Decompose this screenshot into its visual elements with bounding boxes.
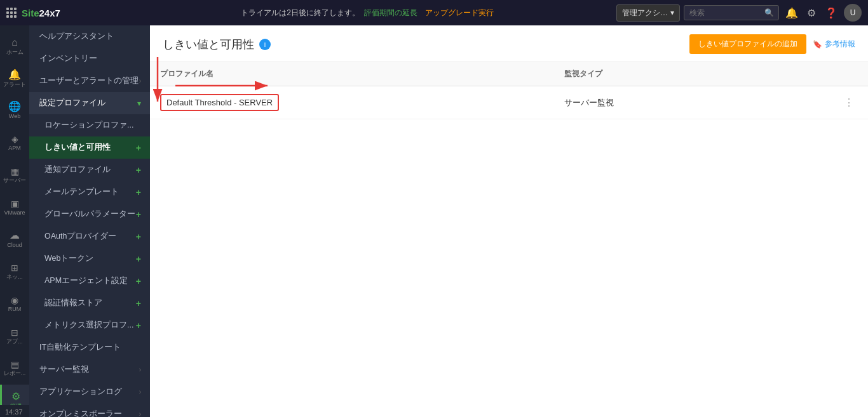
admin-dropdown[interactable]: 管理アクシ… ▾ [616, 4, 680, 22]
add-profile-button[interactable]: しきい値プロファイルの追加 [689, 34, 806, 54]
cloud-icon: ☁ [10, 230, 20, 241]
sidebar-item-mail-template[interactable]: メールテンプレート + [29, 181, 150, 203]
sidebar-item-it-automation[interactable]: IT自動化テンプレート [29, 336, 150, 359]
alert-icon: 🔔 [8, 70, 21, 80]
profile-name-cell: Default Threshold - SERVER [150, 86, 554, 119]
sidebar-item-notification[interactable]: 通知プロファイル + [29, 159, 150, 181]
sidebar-item-location-profile[interactable]: ロケーションプロファ... [29, 114, 150, 136]
reference-button[interactable]: 🔖 参考情報 [813, 39, 855, 50]
sidebar-item-cloud[interactable]: ☁ Cloud [0, 224, 29, 256]
rum-icon: ◉ [11, 296, 18, 305]
chevron-down-icon: ▾ [670, 8, 674, 17]
arrow-icon: › [139, 388, 141, 395]
layout: ⌂ ホーム 🔔 アラート 🌐 Web ◈ APM ▦ サーバー ▣ VMware… [0, 25, 868, 417]
sidebar-item-apm-agent[interactable]: APMエージェント設定 + [29, 270, 150, 292]
help-icon[interactable]: ❓ [822, 4, 840, 22]
plus-icon[interactable]: + [136, 165, 141, 175]
settings-icon[interactable]: ⚙ [804, 4, 818, 22]
sidebar-item-web-token[interactable]: Webトークン + [29, 248, 150, 270]
trial-notice: トライアルは2日後に終了します。 評価期間の延長 アップグレード実行 [127, 8, 610, 18]
admin-icon: ⚙ [11, 392, 20, 402]
page-header: しきい値と可用性 i しきい値プロファイルの追加 🔖 参考情報 [150, 25, 868, 62]
sidebar-item-help[interactable]: ヘルプアシスタント [29, 25, 150, 48]
sidebar-item-credential[interactable]: 認証情報ストア + [29, 292, 150, 314]
col-monitor-type: 監視タイプ [554, 62, 757, 86]
app-icon: ⊟ [11, 328, 18, 337]
notifications-icon[interactable]: 🔔 [783, 4, 801, 22]
sidebar-item-threshold[interactable]: しきい値と可用性 + [29, 136, 150, 159]
page-title-area: しきい値と可用性 i [163, 37, 271, 52]
sidebar-item-web[interactable]: 🌐 Web [0, 95, 29, 128]
sidebar-item-user-alert[interactable]: ユーザーとアラートの管理 › [29, 70, 150, 92]
search-container: 🔍 [684, 5, 779, 20]
row-kebab-button[interactable]: ⋮ [840, 95, 858, 110]
server-icon: ▦ [11, 167, 19, 176]
sidebar-item-app[interactable]: ⊟ アプ... [0, 321, 29, 353]
logo-text: Site24x7 [22, 8, 60, 18]
search-icon: 🔍 [764, 8, 774, 17]
plus-icon[interactable]: + [136, 232, 141, 242]
network-icon: ⊞ [11, 263, 18, 272]
sidebar-item-oauth[interactable]: OAuthプロバイダー + [29, 225, 150, 248]
monitor-type-cell: サーバー監視 [554, 86, 757, 119]
sidebar-item-server[interactable]: ▦ サーバー [0, 159, 29, 192]
topbar: Site24x7 トライアルは2日後に終了します。 評価期間の延長 アップグレー… [0, 0, 868, 25]
sidebar-item-apm[interactable]: ◈ APM [0, 127, 29, 159]
sidebar-item-app-log[interactable]: アプリケーションログ › [29, 381, 150, 403]
sidebar-item-network[interactable]: ⊞ ネッ... [0, 256, 29, 288]
info-icon[interactable]: i [259, 39, 271, 50]
profile-name-link[interactable]: Default Threshold - SERVER [160, 94, 279, 111]
upgrade-link[interactable]: アップグレード実行 [425, 8, 494, 17]
arrow-icon: › [139, 366, 141, 373]
plus-icon[interactable]: + [136, 143, 141, 153]
col-actions [757, 62, 868, 86]
arrow-icon: › [139, 77, 141, 84]
table-body: Default Threshold - SERVER サーバー監視 ⋮ [150, 86, 868, 119]
table-row: Default Threshold - SERVER サーバー監視 ⋮ [150, 86, 868, 119]
row-actions-cell: ⋮ [757, 86, 868, 119]
vmware-icon: ▣ [11, 199, 19, 208]
sidebar-item-server-monitor[interactable]: サーバー監視 › [29, 359, 150, 381]
sidebar-item-report[interactable]: ▤ レポー... [0, 353, 29, 385]
main-sidebar: ヘルプアシスタント インベントリー ユーザーとアラートの管理 › 設定プロファイ… [29, 25, 150, 417]
data-table: プロファイル名 監視タイプ Default Threshold - SERVER… [150, 62, 868, 119]
header-actions: しきい値プロファイルの追加 🔖 参考情報 [689, 34, 855, 54]
sidebar-item-vmware[interactable]: ▣ VMware [0, 192, 29, 224]
sidebar-item-alert[interactable]: 🔔 アラート [0, 63, 29, 95]
plus-icon[interactable]: + [136, 187, 141, 197]
page-title: しきい値と可用性 [163, 37, 254, 52]
home-icon: ⌂ [11, 37, 18, 48]
plus-icon[interactable]: + [136, 209, 141, 220]
sidebar-item-on-premise[interactable]: オンプレミスポーラー › [29, 403, 150, 417]
sidebar-item-config-profile[interactable]: 設定プロファイル ▾ [29, 92, 150, 114]
bottom-time-bar: 14:37 [0, 407, 28, 417]
plus-icon[interactable]: + [136, 298, 141, 308]
avatar[interactable]: U [844, 4, 862, 22]
col-profile-name: プロファイル名 [150, 62, 554, 86]
apm-icon: ◈ [11, 135, 18, 143]
icon-sidebar: ⌂ ホーム 🔔 アラート 🌐 Web ◈ APM ▦ サーバー ▣ VMware… [0, 25, 29, 417]
table-header: プロファイル名 監視タイプ [150, 62, 868, 86]
arrow-icon: › [139, 411, 141, 417]
plus-icon[interactable]: + [136, 321, 141, 331]
main-content: しきい値と可用性 i しきい値プロファイルの追加 🔖 参考情報 プロファイル名 … [150, 25, 868, 417]
sidebar-item-metrics[interactable]: メトリクス選択プロフ... + [29, 314, 150, 336]
sidebar-item-home[interactable]: ⌂ ホーム [0, 30, 29, 63]
topbar-actions: 管理アクシ… ▾ 🔍 🔔 ⚙ ❓ U [616, 4, 862, 22]
report-icon: ▤ [11, 360, 19, 369]
plus-icon[interactable]: + [136, 276, 141, 286]
sidebar-item-global-params[interactable]: グローバルパラメーター + [29, 203, 150, 225]
sidebar-item-rum[interactable]: ◉ RUM [0, 288, 29, 321]
sidebar-item-inventory[interactable]: インベントリー [29, 48, 150, 70]
web-icon: 🌐 [8, 102, 21, 112]
grid-icon [6, 8, 17, 18]
app-logo: Site24x7 [6, 8, 121, 18]
plus-icon[interactable]: + [136, 254, 141, 264]
bookmark-icon: 🔖 [813, 40, 822, 49]
chevron-down-icon: ▾ [137, 99, 141, 108]
extend-link[interactable]: 評価期間の延長 [364, 8, 417, 17]
